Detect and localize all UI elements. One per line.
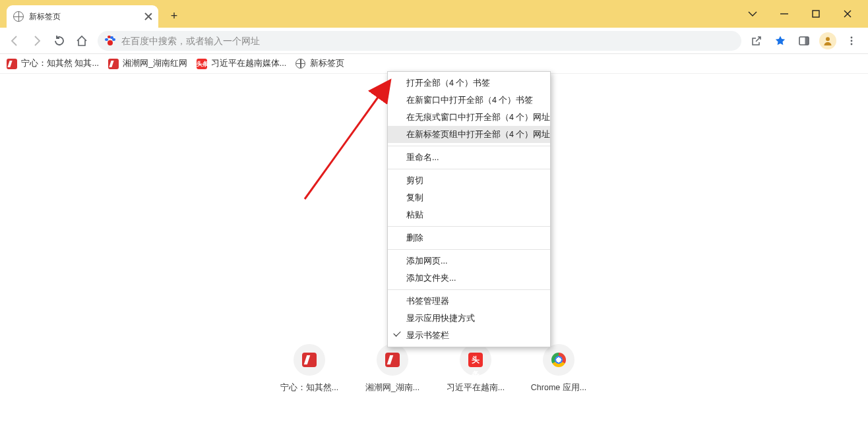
shortcut-tile[interactable]: 湘潮网_湖南... bbox=[362, 344, 423, 393]
globe-icon bbox=[13, 11, 24, 22]
back-button[interactable] bbox=[4, 30, 25, 51]
share-icon[interactable] bbox=[747, 31, 766, 51]
context-menu-item[interactable]: 复制 bbox=[388, 189, 550, 206]
home-button[interactable] bbox=[71, 30, 92, 51]
context-menu-item[interactable]: 显示应用快捷方式 bbox=[388, 310, 550, 327]
bookmark-item[interactable]: 头条习近平在越南媒体... bbox=[197, 58, 286, 69]
context-menu-item[interactable]: 打开全部（4 个）书签 bbox=[388, 74, 550, 92]
bookmark-item[interactable]: 湘潮网_湖南红网 bbox=[108, 58, 187, 69]
bookmarks-context-menu: 打开全部（4 个）书签在新窗口中打开全部（4 个）书签在无痕式窗口中打开全部（4… bbox=[387, 71, 551, 347]
side-panel-icon[interactable] bbox=[794, 31, 814, 51]
context-menu-item[interactable]: 重命名... bbox=[388, 149, 550, 166]
bookmark-star-icon[interactable] bbox=[770, 31, 790, 51]
svg-point-7 bbox=[851, 36, 853, 38]
bookmark-item[interactable]: 新标签页 bbox=[295, 58, 344, 69]
context-menu-item[interactable]: 剪切 bbox=[388, 172, 550, 189]
shortcut-tile[interactable]: 宁心：知其然... bbox=[279, 344, 340, 393]
shortcut-chip bbox=[377, 344, 408, 376]
new-tab-button[interactable]: + bbox=[165, 7, 183, 25]
shortcut-tiles: 宁心：知其然...湘潮网_湖南...头条习近平在越南...Chrome 应用..… bbox=[279, 344, 589, 393]
context-menu-item[interactable]: 添加网页... bbox=[388, 252, 550, 270]
context-menu-item[interactable]: 粘贴 bbox=[388, 206, 550, 223]
context-menu-separator bbox=[388, 146, 550, 146]
shortcut-tile[interactable]: 头条习近平在越南... bbox=[445, 344, 506, 393]
context-menu-item[interactable]: 显示书签栏 bbox=[388, 327, 550, 344]
bookmark-item[interactable]: 宁心：知其然 知其... bbox=[7, 58, 99, 69]
profile-avatar[interactable] bbox=[818, 31, 838, 51]
forward-button[interactable] bbox=[26, 30, 47, 51]
window-dropdown-button[interactable] bbox=[744, 5, 761, 22]
shortcut-chip bbox=[543, 344, 574, 376]
window-controls bbox=[732, 0, 868, 28]
context-menu-separator bbox=[388, 226, 550, 227]
svg-rect-5 bbox=[805, 37, 809, 45]
context-menu-separator bbox=[388, 249, 550, 250]
context-menu-item[interactable]: 删除 bbox=[388, 229, 550, 246]
svg-point-8 bbox=[851, 40, 853, 42]
tab-title: 新标签页 bbox=[29, 11, 139, 22]
address-bar[interactable] bbox=[98, 31, 741, 51]
close-tab-icon[interactable] bbox=[144, 12, 153, 21]
svg-rect-1 bbox=[813, 11, 819, 17]
browser-tab[interactable]: 新标签页 bbox=[7, 5, 158, 28]
context-menu-separator bbox=[388, 289, 550, 290]
context-menu-item[interactable]: 在新窗口中打开全部（4 个）书签 bbox=[388, 92, 550, 109]
window-minimize-button[interactable] bbox=[776, 5, 793, 22]
window-close-button[interactable] bbox=[839, 5, 856, 22]
bookmark-label: 宁心：知其然 知其... bbox=[21, 58, 99, 69]
shortcut-label: 湘潮网_湖南... bbox=[365, 382, 419, 393]
reload-button[interactable] bbox=[49, 30, 70, 51]
bookmark-label: 湘潮网_湖南红网 bbox=[123, 58, 187, 69]
bookmark-label: 新标签页 bbox=[310, 58, 344, 69]
context-menu-item[interactable]: 添加文件夹... bbox=[388, 270, 550, 287]
context-menu-separator bbox=[388, 169, 550, 169]
address-input[interactable] bbox=[121, 36, 735, 46]
shortcut-chip: 头条 bbox=[460, 344, 491, 376]
titlebar: 新标签页 + bbox=[0, 0, 868, 28]
shortcut-label: 宁心：知其然... bbox=[280, 382, 338, 393]
shortcut-chip bbox=[294, 344, 325, 376]
context-menu-item[interactable]: 在新标签页组中打开全部（4 个）网址 bbox=[388, 126, 550, 143]
shortcut-label: Chrome 应用... bbox=[531, 382, 586, 393]
shortcut-tile[interactable]: Chrome 应用... bbox=[528, 344, 589, 393]
bookmark-label: 习近平在越南媒体... bbox=[211, 58, 286, 69]
shortcut-label: 习近平在越南... bbox=[447, 382, 505, 393]
context-menu-item[interactable]: 在无痕式窗口中打开全部（4 个）网址 bbox=[388, 109, 550, 126]
baidu-icon bbox=[104, 35, 116, 47]
toolbar bbox=[0, 28, 868, 54]
window-maximize-button[interactable] bbox=[807, 5, 824, 22]
svg-point-6 bbox=[826, 37, 830, 41]
chrome-menu-icon[interactable] bbox=[842, 31, 861, 51]
context-menu-item[interactable]: 书签管理器 bbox=[388, 293, 550, 310]
svg-point-9 bbox=[851, 43, 853, 45]
